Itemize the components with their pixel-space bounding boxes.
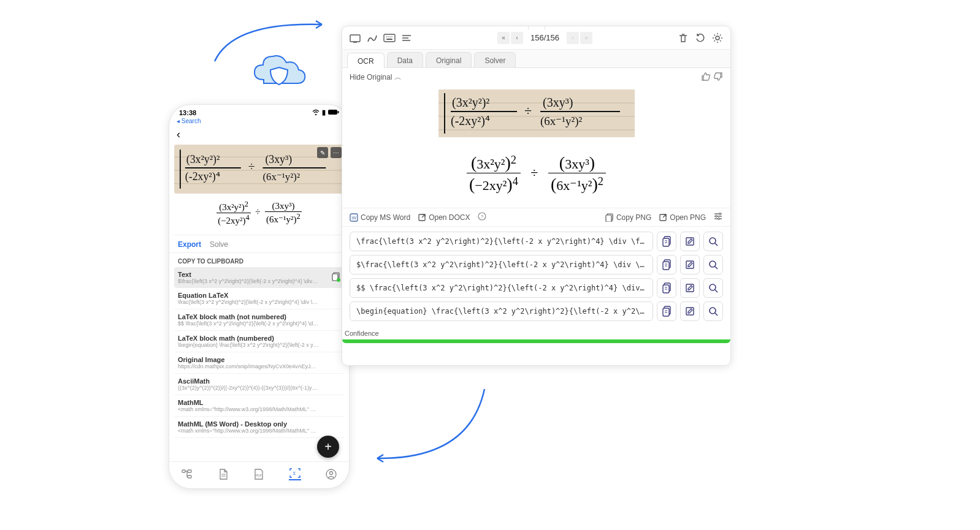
nav-tree-icon[interactable] bbox=[181, 468, 193, 480]
search-icon[interactable] bbox=[703, 301, 723, 321]
bottom-nav: PDF Σ bbox=[169, 461, 349, 488]
thumbs-up-icon[interactable] bbox=[701, 72, 711, 83]
pager-first[interactable]: « bbox=[497, 32, 510, 44]
svg-point-63 bbox=[718, 218, 720, 220]
nav-profile-icon[interactable] bbox=[325, 468, 337, 480]
clipboard-item[interactable]: LaTeX block math (numbered)\begin{equati… bbox=[174, 331, 344, 352]
clipboard-item[interactable]: MathML (MS Word) - Desktop only<math xml… bbox=[174, 417, 344, 438]
clipboard-item-title: Equation LaTeX bbox=[178, 292, 340, 299]
svg-rect-18 bbox=[188, 470, 191, 472]
clipboard-item-preview: $$ \frac{\left(3 x^2 y^2\right)^2}{\left… bbox=[178, 320, 319, 327]
open-docx-button[interactable]: Open DOCX bbox=[418, 213, 470, 222]
clipboard-item[interactable]: Text$\frac{\left(3 x^2 y^2\right)^2}{\le… bbox=[174, 267, 344, 288]
tab-export[interactable]: Export bbox=[178, 240, 201, 249]
clipboard-item[interactable]: LaTeX block math (not numbered)$$ \frac{… bbox=[174, 309, 344, 331]
thumbs-down-icon[interactable] bbox=[713, 72, 723, 83]
gear-icon[interactable] bbox=[711, 31, 724, 45]
svg-rect-19 bbox=[188, 475, 191, 478]
refresh-icon[interactable] bbox=[694, 31, 707, 45]
copy-ms-word-button[interactable]: W Copy MS Word bbox=[350, 213, 410, 222]
svg-point-90 bbox=[710, 308, 716, 314]
clipboard-format-list: Text$\frac{\left(3 x^2 y^2\right)^2}{\le… bbox=[169, 267, 349, 461]
mobile-app-frame: 13:38 ▮ ◂ Search ‹ (3x²y²)² (-2xy²)⁴ bbox=[169, 104, 350, 489]
tab-ocr[interactable]: OCR bbox=[347, 53, 385, 68]
copy-icon[interactable] bbox=[657, 278, 676, 298]
svg-rect-68 bbox=[686, 238, 694, 245]
svg-point-76 bbox=[710, 261, 716, 267]
copy-icon[interactable] bbox=[657, 232, 676, 251]
latex-output-text[interactable]: \begin{equation} \frac{\left(3 x^2 y^2\r… bbox=[350, 301, 653, 321]
clipboard-item-title: Text bbox=[178, 271, 340, 278]
text-lines-icon[interactable] bbox=[400, 31, 413, 45]
copy-icon[interactable] bbox=[657, 301, 676, 321]
pager-next[interactable]: › bbox=[567, 32, 579, 44]
clipboard-item[interactable]: Original Imagehttps://cdn.mathpix.com/sn… bbox=[174, 352, 344, 374]
svg-text:(3x²y²)²: (3x²y²)² bbox=[452, 96, 489, 110]
clipboard-item[interactable]: Equation LaTeX\frac{\left(3 x^2 y^2\righ… bbox=[174, 288, 344, 309]
copy-png-button[interactable]: Copy PNG bbox=[605, 213, 651, 222]
original-image-preview: (3x²y²)² (-2xy²)⁴ ÷ (3xy³) (6x⁻¹y²)² bbox=[438, 89, 635, 137]
svg-point-30 bbox=[388, 36, 389, 37]
nav-document-icon[interactable] bbox=[217, 468, 229, 480]
pager-last[interactable]: » bbox=[580, 32, 592, 44]
tab-solver[interactable]: Solver bbox=[474, 52, 516, 67]
tab-original[interactable]: Original bbox=[426, 52, 472, 67]
copy-to-clipboard-header: COPY TO CLIPBOARD bbox=[169, 253, 349, 267]
hide-original-toggle[interactable]: Hide Original ︿ bbox=[350, 72, 402, 83]
trash-icon[interactable] bbox=[676, 31, 690, 45]
nav-pdf-icon[interactable]: PDF bbox=[253, 468, 265, 480]
panel-tabs: OCR Data Original Solver bbox=[342, 50, 730, 68]
edit-icon[interactable] bbox=[680, 278, 700, 298]
svg-rect-1 bbox=[338, 111, 339, 113]
cloud-shield-icon bbox=[248, 49, 310, 98]
add-fab-button[interactable]: + bbox=[317, 436, 339, 458]
svg-text:PDF: PDF bbox=[256, 474, 262, 477]
svg-text:(-2xy²)⁴: (-2xy²)⁴ bbox=[185, 170, 220, 183]
clipboard-item[interactable]: MathML<math xmlns="http://www.w3.org/199… bbox=[174, 395, 344, 417]
open-png-button[interactable]: Open PNG bbox=[659, 213, 706, 222]
svg-text:(-2xy²)⁴: (-2xy²)⁴ bbox=[451, 114, 490, 128]
settings-sliders-icon[interactable] bbox=[713, 212, 723, 222]
screenshot-icon[interactable] bbox=[348, 31, 362, 45]
svg-rect-89 bbox=[686, 308, 694, 315]
nav-scan-icon[interactable]: Σ bbox=[289, 468, 301, 480]
search-icon[interactable] bbox=[703, 232, 723, 251]
tab-data[interactable]: Data bbox=[387, 52, 423, 67]
edit-crop-icon[interactable]: ✎ bbox=[317, 147, 328, 158]
back-button[interactable]: ‹ bbox=[169, 127, 349, 145]
copy-icon[interactable] bbox=[657, 255, 676, 274]
svg-text:(3xy³): (3xy³) bbox=[543, 96, 573, 110]
draw-icon[interactable] bbox=[366, 31, 379, 45]
svg-point-31 bbox=[389, 36, 391, 37]
latex-output-text[interactable]: $$ \frac{\left(3 x^2 y^2\right)^2}{\left… bbox=[350, 278, 653, 298]
clipboard-item-preview: <math xmlns="http://www.w3.org/1998/Math… bbox=[178, 428, 319, 434]
search-icon[interactable] bbox=[703, 278, 723, 298]
clipboard-item-title: MathML (MS Word) - Desktop only bbox=[178, 420, 340, 428]
help-icon[interactable]: ? bbox=[478, 212, 486, 222]
captured-image-thumbnail[interactable]: (3x²y²)² (-2xy²)⁴ ÷ (3xy³) (6x⁻¹y²)² ✎ ⋯ bbox=[174, 145, 344, 194]
pager-prev[interactable]: ‹ bbox=[511, 32, 523, 44]
tab-solve[interactable]: Solve bbox=[210, 240, 228, 249]
wifi-icon bbox=[312, 109, 320, 116]
ios-back-to-search[interactable]: ◂ Search bbox=[169, 118, 349, 127]
pager: « ‹ 156/156 › » bbox=[497, 32, 592, 44]
keyboard-icon[interactable] bbox=[383, 31, 396, 45]
search-icon[interactable] bbox=[703, 255, 723, 274]
svg-line-91 bbox=[715, 313, 718, 316]
output-row: $$ \frac{\left(3 x^2 y^2\right)^2}{\left… bbox=[350, 278, 723, 298]
svg-point-32 bbox=[391, 36, 392, 37]
latex-output-text[interactable]: $\frac{\left(3 x^2 y^2\right)^2}{\left(-… bbox=[350, 255, 653, 274]
more-icon[interactable]: ⋯ bbox=[331, 147, 342, 158]
edit-icon[interactable] bbox=[680, 301, 700, 321]
clipboard-item-title: Original Image bbox=[178, 356, 340, 363]
copy-icon[interactable] bbox=[332, 272, 340, 282]
panel-notch bbox=[528, 26, 545, 30]
clipboard-item[interactable]: AsciiMath((3x^(2)y^(2))^(2))/((-2xy^(2))… bbox=[174, 374, 344, 395]
svg-point-37 bbox=[716, 36, 719, 40]
latex-output-text[interactable]: \frac{\left(3 x^2 y^2\right)^2}{\left(-2… bbox=[350, 232, 653, 251]
edit-icon[interactable] bbox=[680, 232, 700, 251]
edit-icon[interactable] bbox=[680, 255, 700, 274]
phone-status-bar: 13:38 ▮ bbox=[169, 105, 349, 118]
signal-icon: ▮ bbox=[322, 108, 326, 116]
export-action-row: W Copy MS Word Open DOCX ? Copy PNG Open… bbox=[342, 208, 730, 227]
